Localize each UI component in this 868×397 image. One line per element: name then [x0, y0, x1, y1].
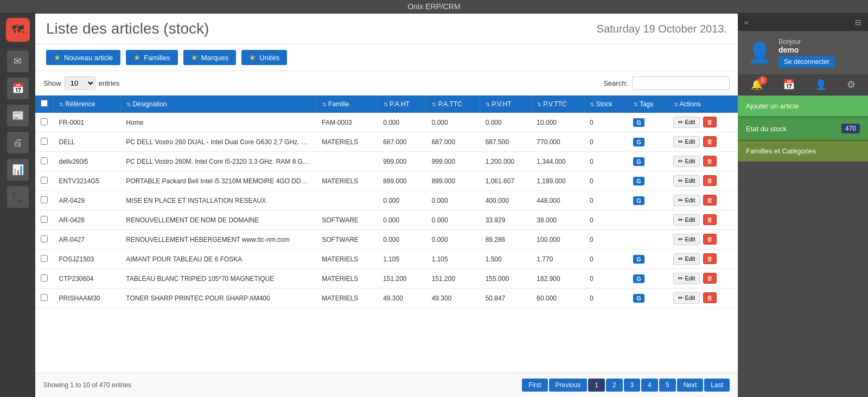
settings-nav-icon[interactable]: ⚙ [847, 79, 856, 91]
sidebar-icon-news[interactable]: 📰 [7, 105, 29, 126]
row-pvht: 1,061.607 [480, 171, 532, 191]
row-paht: 0.000 [378, 113, 426, 132]
row-designation: AIMANT POUR TABLEAU DE 6 FOSKA [120, 249, 316, 269]
row-checkbox-6[interactable] [41, 235, 48, 242]
col-reference[interactable]: ⇅ Référence [54, 95, 121, 113]
brands-button[interactable]: ★ Marques [183, 50, 237, 65]
page-4-button[interactable]: 4 [641, 379, 658, 392]
page-next-button[interactable]: Next [677, 379, 704, 392]
delete-button-0[interactable]: 🗑 [703, 117, 717, 127]
left-sidebar: 🗺 ✉ 📅 📰 🖨 📊 📞 [0, 14, 35, 397]
row-famille: MATERIELS [316, 132, 378, 152]
delete-button-2[interactable]: 🗑 [703, 156, 717, 167]
delete-button-4[interactable]: 🗑 [703, 195, 717, 206]
row-designation: RENOUVELLEMENT DE NOM DE DOMAINE [120, 210, 316, 230]
row-stock: 0 [584, 249, 628, 269]
row-checkbox-1[interactable] [41, 138, 48, 145]
row-checkbox-9[interactable] [41, 294, 48, 301]
row-checkbox-5[interactable] [41, 216, 48, 223]
sidebar-collapse-icon[interactable]: « [744, 18, 749, 27]
edit-button-9[interactable]: ✏ Edit [673, 292, 700, 304]
row-tags: G [628, 152, 668, 171]
g-tag-badge: G [633, 118, 644, 127]
families-button[interactable]: ★ Familles [126, 50, 177, 65]
calendar-nav-icon[interactable]: 📅 [783, 79, 795, 91]
col-pvht[interactable]: ⇅ P.V.HT [480, 95, 532, 113]
sidebar-icon-chart[interactable]: 📊 [7, 159, 29, 181]
row-checkbox-8[interactable] [41, 274, 48, 281]
row-paht: 0.000 [378, 230, 426, 249]
row-pvttc: 1,344.000 [531, 152, 584, 171]
page-last-button[interactable]: Last [704, 379, 730, 392]
page-2-button[interactable]: 2 [606, 379, 623, 392]
edit-button-5[interactable]: ✏ Edit [673, 214, 700, 226]
edit-button-3[interactable]: ✏ Edit [673, 175, 700, 187]
delete-button-8[interactable]: 🗑 [703, 273, 717, 284]
sidebar-icon-print[interactable]: 🖨 [7, 132, 29, 153]
entries-select[interactable]: 10 25 50 100 [65, 76, 95, 90]
col-check[interactable] [35, 95, 54, 113]
col-pattc[interactable]: ⇅ P.A.TTC [426, 95, 480, 113]
row-checkbox-7[interactable] [41, 255, 48, 262]
delete-button-9[interactable]: 🗑 [703, 292, 717, 303]
row-stock: 0 [584, 191, 628, 210]
col-stock[interactable]: ⇅ Stock [584, 95, 628, 113]
page-1-button[interactable]: 1 [588, 379, 605, 392]
row-pvht: 33.929 [480, 210, 532, 230]
row-reference: FOSJZ1503 [54, 249, 121, 269]
sidebar-icon-calendar[interactable]: 📅 [7, 78, 29, 99]
row-checkbox-4[interactable] [41, 196, 48, 203]
g-tag-badge: G [633, 294, 644, 303]
search-input[interactable] [632, 76, 730, 90]
col-actions[interactable]: ⇅ Actions [668, 95, 737, 113]
row-tags: G [628, 289, 668, 308]
sidebar-icon-mail[interactable]: ✉ [7, 50, 29, 72]
page-3-button[interactable]: 3 [624, 379, 641, 392]
col-pvttc[interactable]: ⇅ P.V.TTC [531, 95, 584, 113]
col-famille[interactable]: ⇅ Famille [316, 95, 378, 113]
row-stock: 0 [584, 269, 628, 289]
row-pvttc: 770.000 [531, 132, 584, 152]
page-first-button[interactable]: First [522, 379, 547, 392]
logout-button[interactable]: Se déconnecter [778, 56, 835, 68]
row-pvht: 1.500 [480, 249, 532, 269]
col-designation[interactable]: ⇅ Désignation [120, 95, 316, 113]
edit-button-6[interactable]: ✏ Edit [673, 234, 700, 245]
row-reference: DELL [54, 132, 121, 152]
table-body: FR-0001 Home FAM-0003 0.000 0.000 0.000 … [35, 113, 738, 308]
select-all-checkbox[interactable] [41, 100, 48, 107]
families-categories-menu-item[interactable]: Familles et Catégories [738, 140, 868, 162]
delete-button-1[interactable]: 🗑 [703, 136, 717, 147]
delete-button-7[interactable]: 🗑 [703, 253, 717, 264]
row-checkbox-2[interactable] [41, 157, 48, 164]
notification-icon[interactable]: 🔔 0 [751, 79, 763, 91]
sidebar-icon-phone[interactable]: 📞 [7, 186, 29, 208]
edit-button-2[interactable]: ✏ Edit [673, 156, 700, 167]
sidebar-toggle-icon[interactable]: ⊟ [855, 18, 861, 27]
edit-button-0[interactable]: ✏ Edit [673, 117, 700, 128]
col-tags[interactable]: ⇅ Tags [628, 95, 668, 113]
units-button[interactable]: ★ Unités [241, 50, 287, 65]
edit-button-8[interactable]: ✏ Edit [673, 273, 700, 284]
edit-button-1[interactable]: ✏ Edit [673, 136, 700, 148]
avatar-image: 👤 [748, 41, 772, 64]
delete-button-5[interactable]: 🗑 [703, 214, 717, 225]
edit-button-7[interactable]: ✏ Edit [673, 253, 700, 265]
new-article-button[interactable]: ★ Nouveau article [46, 50, 120, 65]
stock-status-menu-item[interactable]: Etat du stock 470 [738, 117, 868, 140]
delete-button-6[interactable]: 🗑 [703, 234, 717, 245]
user-nav-icon[interactable]: 👤 [815, 79, 827, 91]
page-previous-button[interactable]: Previous [549, 379, 588, 392]
edit-button-4[interactable]: ✏ Edit [673, 195, 700, 206]
row-paht: 1.105 [378, 249, 426, 269]
col-paht[interactable]: ⇅ P.A.HT [378, 95, 426, 113]
row-stock: 0 [584, 289, 628, 308]
row-checkbox-3[interactable] [41, 177, 48, 184]
page-5-button[interactable]: 5 [659, 379, 676, 392]
row-pvttc: 1.770 [531, 249, 584, 269]
add-article-menu-item[interactable]: Ajouter un article [738, 95, 868, 117]
row-checkbox-0[interactable] [41, 118, 48, 125]
star-icon-4: ★ [249, 53, 256, 62]
delete-button-3[interactable]: 🗑 [703, 175, 717, 186]
row-checkbox-cell [35, 191, 54, 210]
